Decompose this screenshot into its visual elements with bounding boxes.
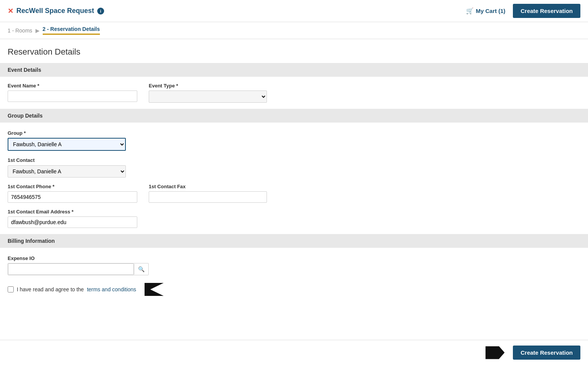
breadcrumb: 1 - Rooms ▶ 2 - Reservation Details <box>0 22 588 39</box>
my-cart-label: My Cart (1) <box>476 8 506 14</box>
terms-row: I have read and agree to the terms and c… <box>8 283 580 296</box>
expense-io-group: Expense IO 🔍 <box>8 255 580 275</box>
page-content: Reservation Details Event Details Event … <box>0 39 588 315</box>
event-type-label: Event Type * <box>149 83 267 89</box>
first-contact-label-row: 1st Contact <box>8 157 580 163</box>
phone-fax-row: 1st Contact Phone * 1st Contact Fax <box>8 184 580 203</box>
event-name-input[interactable] <box>8 90 137 102</box>
expense-io-input[interactable] <box>8 263 134 275</box>
phone-group: 1st Contact Phone * <box>8 184 137 203</box>
header-create-reservation-button[interactable]: Create Reservation <box>513 4 580 18</box>
email-input[interactable] <box>8 216 137 228</box>
terms-checkbox[interactable] <box>8 286 14 292</box>
info-icon[interactable]: i <box>97 8 104 15</box>
close-icon[interactable]: ✕ <box>8 7 13 15</box>
arrow-left-icon <box>145 283 164 296</box>
first-contact-select[interactable]: Fawbush, Danielle A <box>8 165 126 178</box>
email-label: 1st Contact Email Address * <box>8 209 137 215</box>
event-type-select[interactable] <box>149 90 267 103</box>
expense-io-search-button[interactable]: 🔍 <box>134 264 148 275</box>
email-group: 1st Contact Email Address * <box>8 209 137 228</box>
terms-text: I have read and agree to the <box>17 286 84 292</box>
event-details-section-header: Event Details <box>0 63 588 77</box>
first-contact-row: Fawbush, Danielle A <box>8 165 580 178</box>
group-label: Group * <box>8 130 126 136</box>
group-group: Group * Fawbush, Danielle A <box>8 130 126 151</box>
first-contact-group: Fawbush, Danielle A <box>8 165 126 178</box>
expense-io-label: Expense IO <box>8 255 580 261</box>
group-row: Group * Fawbush, Danielle A <box>8 130 580 151</box>
expense-io-container: 🔍 <box>8 263 149 275</box>
header-left: ✕ RecWell Space Request i <box>8 7 104 15</box>
fax-group: 1st Contact Fax <box>149 184 267 203</box>
email-row: 1st Contact Email Address * <box>8 209 580 228</box>
fax-input[interactable] <box>149 191 267 203</box>
header-right: 🛒 My Cart (1) Create Reservation <box>462 4 580 18</box>
page-title: Reservation Details <box>8 47 580 57</box>
phone-label: 1st Contact Phone * <box>8 184 137 189</box>
terms-link[interactable]: terms and conditions <box>87 286 136 292</box>
breadcrumb-step2[interactable]: 2 - Reservation Details <box>43 26 100 35</box>
first-contact-section-label: 1st Contact <box>8 157 35 163</box>
event-type-group: Event Type * <box>149 83 267 103</box>
app-title: RecWell Space Request <box>16 7 94 15</box>
cart-icon: 🛒 <box>466 7 474 15</box>
event-name-label: Event Name * <box>8 83 137 89</box>
event-name-group: Event Name * <box>8 83 137 103</box>
group-details-section-header: Group Details <box>0 109 588 123</box>
fax-label: 1st Contact Fax <box>149 184 267 189</box>
my-cart-button[interactable]: 🛒 My Cart (1) <box>462 5 509 17</box>
page-header: ✕ RecWell Space Request i 🛒 My Cart (1) … <box>0 0 588 22</box>
breadcrumb-step1[interactable]: 1 - Rooms <box>8 27 32 34</box>
group-select[interactable]: Fawbush, Danielle A <box>8 138 126 151</box>
breadcrumb-arrow: ▶ <box>35 27 40 34</box>
event-details-row: Event Name * Event Type * <box>8 83 580 103</box>
phone-input[interactable] <box>8 191 137 203</box>
billing-section-header: Billing Information <box>0 234 588 248</box>
